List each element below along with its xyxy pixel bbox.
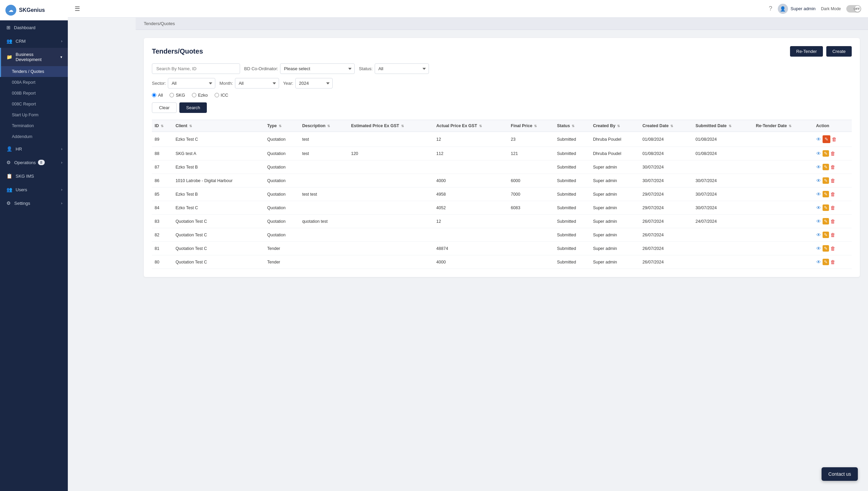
radio-icc-input[interactable] [215,93,219,97]
radio-all-input[interactable] [152,93,156,97]
sidebar-item-users[interactable]: 👥 Users › [0,183,68,196]
view-icon[interactable]: 👁 [816,218,821,224]
col-header-description[interactable]: Description ⇅ [299,120,348,132]
cell-status: Submitted [554,147,590,160]
action-icons: 👁 ✎ 🗑 [816,204,849,211]
delete-icon[interactable]: 🗑 [830,178,835,183]
radio-all[interactable]: All [152,93,163,98]
col-header-retender-date[interactable]: Re-Tender Date ⇅ [753,120,813,132]
contact-us-button[interactable]: Contact us [822,467,858,481]
view-icon[interactable]: 👁 [816,164,821,170]
sidebar-item-dashboard[interactable]: ⊞ Dashboard [0,21,68,34]
search-input[interactable] [152,63,240,74]
search-button[interactable]: Search [179,102,207,113]
col-header-submitted-date[interactable]: Submitted Date ⇅ [693,120,753,132]
col-header-status[interactable]: Status ⇅ [554,120,590,132]
view-icon[interactable]: 👁 [816,246,821,251]
sidebar-item-008a[interactable]: 008A Report [0,77,68,88]
delete-icon[interactable]: 🗑 [830,164,835,170]
cell-client: Ezko Test C [173,201,264,215]
cell-estimated-price [348,255,433,269]
help-icon[interactable]: ? [769,5,772,12]
view-icon[interactable]: 👁 [816,259,821,265]
sector-select[interactable]: All [168,78,215,89]
edit-icon[interactable]: ✎ [823,177,829,184]
view-icon[interactable]: 👁 [816,232,821,238]
edit-icon[interactable]: ✎ [823,164,829,170]
cell-client: Quotation Test C [173,255,264,269]
sidebar-item-skg-ims[interactable]: 📋 SKG IMS [0,169,68,183]
cell-client: Quotation Test C [173,228,264,242]
sidebar-item-crm[interactable]: 👥 CRM › [0,34,68,48]
view-icon[interactable]: 👁 [816,191,821,197]
hamburger-button[interactable]: ☰ [75,5,80,13]
col-header-estimated[interactable]: Estimated Price Ex GST ⇅ [348,120,433,132]
col-header-actual[interactable]: Actual Price Ex GST ⇅ [434,120,508,132]
radio-icc[interactable]: ICC [215,93,228,98]
cell-actual-price: 112 [434,147,508,160]
create-button[interactable]: Create [826,46,852,57]
edit-icon[interactable]: ✎ [823,135,830,143]
sidebar-item-008c[interactable]: 008C Report [0,99,68,110]
edit-icon[interactable]: ✎ [823,204,829,211]
status-select[interactable]: All [375,63,429,74]
col-header-type[interactable]: Type ⇅ [264,120,299,132]
delete-icon[interactable]: 🗑 [830,151,835,156]
cell-final-price: 6083 [508,201,554,215]
radio-ezko-label: Ezko [198,93,208,98]
cell-created-date: 26/07/2024 [640,255,693,269]
user-area[interactable]: 👤 Super admin [778,4,816,14]
sidebar-item-termination[interactable]: Termination [0,120,68,131]
edit-icon[interactable]: ✎ [823,218,829,224]
delete-icon[interactable]: 🗑 [830,218,835,224]
edit-icon[interactable]: ✎ [823,232,829,238]
col-header-final[interactable]: Final Price ⇅ [508,120,554,132]
bd-coordinator-select[interactable]: Please select [280,63,355,74]
view-icon[interactable]: 👁 [816,136,821,142]
cell-retender-date [753,160,813,174]
edit-icon[interactable]: ✎ [823,191,829,197]
cell-actual-price: 4000 [434,255,508,269]
edit-icon[interactable]: ✎ [823,259,829,265]
cell-submitted-date [693,255,753,269]
year-select[interactable]: 2024 [295,78,333,89]
col-header-created-by[interactable]: Created By ⇅ [590,120,640,132]
radio-skg[interactable]: SKG [170,93,185,98]
table-row: 80 Quotation Test C Tender 4000 Submitte… [152,255,852,269]
radio-ezko-input[interactable] [192,93,196,97]
sidebar-item-hr[interactable]: 👤 HR › [0,142,68,156]
cell-retender-date [753,242,813,255]
action-buttons-row: Clear Search [152,102,852,113]
view-icon[interactable]: 👁 [816,205,821,211]
edit-icon[interactable]: ✎ [823,245,829,252]
cell-retender-date [753,132,813,147]
sidebar-item-008b[interactable]: 008B Report [0,88,68,99]
radio-skg-input[interactable] [170,93,174,97]
col-header-created-date[interactable]: Created Date ⇅ [640,120,693,132]
dark-mode-toggle[interactable]: OFF [846,5,861,13]
users-icon: 👥 [6,187,12,192]
delete-icon[interactable]: 🗑 [830,246,835,251]
cell-submitted-date [693,242,753,255]
clear-button[interactable]: Clear [152,102,177,113]
delete-icon[interactable]: 🗑 [830,232,835,238]
delete-icon[interactable]: 🗑 [830,259,835,265]
view-icon[interactable]: 👁 [816,178,821,183]
delete-icon[interactable]: 🗑 [830,191,835,197]
delete-icon[interactable]: 🗑 [832,136,837,142]
cell-action: 👁 ✎ 🗑 [813,228,852,242]
sidebar-item-startup-form[interactable]: Start Up Form [0,110,68,120]
col-header-id[interactable]: ID ⇅ [152,120,173,132]
sidebar-item-settings[interactable]: ⚙ Settings › [0,196,68,210]
sidebar-item-operations[interactable]: ⚙ Operations 8 › [0,156,68,169]
retender-button[interactable]: Re-Tender [790,46,823,57]
view-icon[interactable]: 👁 [816,151,821,156]
sidebar-item-addendum[interactable]: Addendum [0,131,68,142]
col-header-client[interactable]: Client ⇅ [173,120,264,132]
month-select[interactable]: All [235,78,279,89]
sidebar-item-tenders-quotes[interactable]: Tenders / Quotes [0,66,68,77]
radio-ezko[interactable]: Ezko [192,93,208,98]
sidebar-item-business-development[interactable]: 📁 Business Development ▾ [0,48,68,66]
delete-icon[interactable]: 🗑 [830,205,835,211]
edit-icon[interactable]: ✎ [823,150,829,157]
